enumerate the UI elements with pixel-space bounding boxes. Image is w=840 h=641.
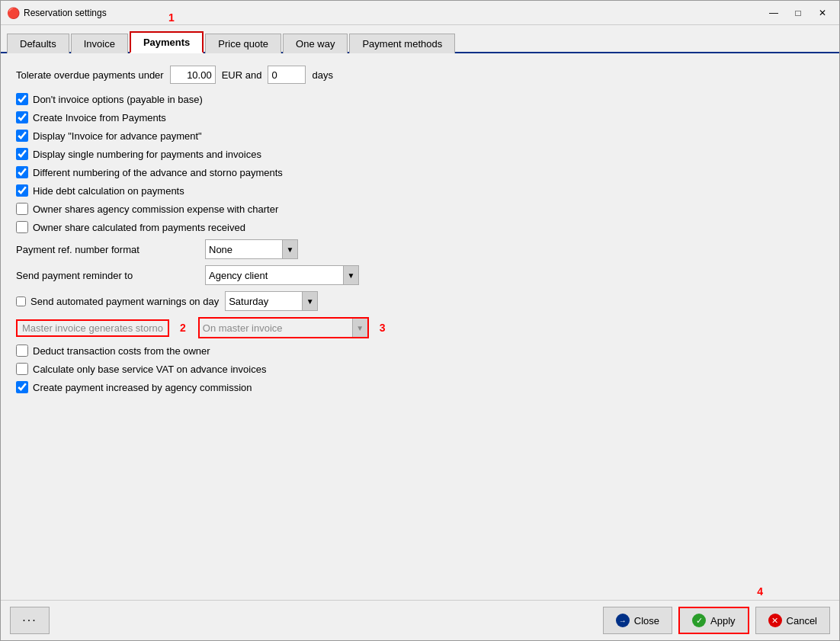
- overdue-days-label: days: [312, 69, 332, 81]
- create-invoice-label[interactable]: Create Invoice from Payments: [33, 112, 166, 123]
- send-reminder-row: Send payment reminder to Agency client O…: [16, 265, 824, 285]
- tab-price-quote[interactable]: Price quote: [205, 34, 281, 53]
- minimize-button[interactable]: —: [763, 5, 784, 21]
- apply-check-icon: ✓: [692, 614, 706, 627]
- checkbox-row-5: Different numbering of the advance and s…: [16, 166, 824, 178]
- payment-ref-select-wrap: None Sequential Custom ▼: [205, 239, 298, 259]
- overdue-currency: EUR and: [222, 69, 262, 81]
- send-reminder-label: Send payment reminder to: [16, 270, 199, 281]
- warnings-label[interactable]: Send automated payment warnings on day: [30, 296, 219, 307]
- checkbox-row-1: Don't invoice options (payable in base): [16, 93, 824, 105]
- annotation-4: 4: [757, 585, 763, 598]
- checkbox-row-9: Deduct transaction costs from the owner: [16, 345, 824, 357]
- checkbox-row-8: Owner share calculated from payments rec…: [16, 221, 824, 233]
- overdue-row: Tolerate overdue payments under EUR and …: [16, 66, 824, 84]
- send-reminder-select[interactable]: Agency client Owner Both: [206, 266, 343, 284]
- checkbox-row-11: Create payment increased by agency commi…: [16, 381, 824, 393]
- annotation-1: 1: [168, 11, 175, 24]
- dont-invoice-label[interactable]: Don't invoice options (payable in base): [33, 94, 203, 105]
- tab-invoice[interactable]: Invoice: [71, 34, 128, 53]
- create-payment-increased-checkbox[interactable]: [16, 381, 28, 393]
- cancel-label: Cancel: [787, 615, 817, 627]
- reservation-settings-window: 🔴 Reservation settings — □ ✕ 1 Defaults …: [0, 0, 840, 641]
- base-service-vat-checkbox[interactable]: [16, 363, 28, 375]
- checkbox-row-2: Create Invoice from Payments: [16, 111, 824, 123]
- cancel-button[interactable]: ✕ Cancel: [755, 607, 830, 634]
- annotation-3: 3: [380, 322, 386, 334]
- checkbox-row-10: Calculate only base service VAT on advan…: [16, 363, 824, 375]
- window-title: Reservation settings: [24, 8, 763, 18]
- apply-button[interactable]: ✓ Apply: [678, 607, 749, 634]
- diff-numbering-checkbox[interactable]: [16, 166, 28, 178]
- master-invoice-select-arrow[interactable]: ▼: [352, 319, 367, 337]
- payment-ref-select-arrow[interactable]: ▼: [282, 240, 297, 258]
- maximize-button[interactable]: □: [787, 5, 809, 21]
- owner-shares-checkbox[interactable]: [16, 203, 28, 215]
- close-label: Close: [634, 615, 659, 627]
- annotation-2: 2: [180, 322, 186, 334]
- send-reminder-select-wrap: Agency client Owner Both ▼: [205, 265, 359, 285]
- tab-payments[interactable]: Payments: [130, 31, 204, 53]
- close-window-button[interactable]: ✕: [812, 5, 833, 21]
- title-bar: 🔴 Reservation settings — □ ✕: [1, 1, 839, 25]
- overdue-days-input[interactable]: [268, 66, 306, 84]
- send-reminder-select-arrow[interactable]: ▼: [343, 266, 358, 284]
- footer: 4 ··· → Close ✓ Apply ✕ Cancel: [1, 600, 839, 640]
- tab-bar: 1 Defaults Invoice Payments Price quote …: [1, 25, 839, 53]
- hide-debt-label[interactable]: Hide debt calculation on payments: [33, 185, 184, 197]
- tab-defaults[interactable]: Defaults: [7, 34, 69, 53]
- checkbox-row-7: Owner shares agency commission expense w…: [16, 203, 824, 215]
- dots-label: ···: [22, 614, 37, 627]
- app-icon: 🔴: [7, 7, 19, 19]
- tab-one-way[interactable]: One way: [283, 34, 348, 53]
- dont-invoice-checkbox[interactable]: [16, 93, 28, 105]
- cancel-x-icon: ✕: [768, 614, 782, 627]
- checkbox-row-4: Display single numbering for payments an…: [16, 148, 824, 160]
- base-service-vat-label[interactable]: Calculate only base service VAT on advan…: [33, 364, 266, 375]
- payment-ref-label: Payment ref. number format: [16, 244, 199, 255]
- warnings-select-arrow[interactable]: ▼: [302, 292, 317, 310]
- close-button[interactable]: → Close: [603, 607, 672, 634]
- owner-shares-label[interactable]: Owner shares agency commission expense w…: [33, 204, 278, 215]
- master-invoice-row: Master invoice generates storno 2 On mas…: [16, 317, 824, 338]
- warnings-row: Send automated payment warnings on day M…: [16, 291, 824, 311]
- diff-numbering-label[interactable]: Different numbering of the advance and s…: [33, 167, 283, 178]
- tab-payment-methods[interactable]: Payment methods: [349, 34, 455, 53]
- payment-ref-select[interactable]: None Sequential Custom: [206, 240, 282, 258]
- warnings-checkbox[interactable]: [16, 296, 26, 306]
- single-numbering-label[interactable]: Display single numbering for payments an…: [33, 149, 261, 160]
- master-invoice-label: Master invoice generates storno: [16, 319, 169, 337]
- deduct-transaction-label[interactable]: Deduct transaction costs from the owner: [33, 345, 210, 357]
- footer-right: → Close ✓ Apply ✕ Cancel: [603, 607, 830, 634]
- display-invoice-label[interactable]: Display "Invoice for advance payment": [33, 130, 202, 142]
- owner-share-calc-checkbox[interactable]: [16, 221, 28, 233]
- content-area: Tolerate overdue payments under EUR and …: [1, 53, 839, 600]
- warnings-select[interactable]: Monday Tuesday Wednesday Thursday Friday…: [226, 292, 302, 310]
- apply-label: Apply: [710, 615, 736, 627]
- create-invoice-checkbox[interactable]: [16, 111, 28, 123]
- hide-debt-checkbox[interactable]: [16, 184, 28, 197]
- display-invoice-checkbox[interactable]: [16, 130, 28, 142]
- create-payment-increased-label[interactable]: Create payment increased by agency commi…: [33, 382, 252, 393]
- overdue-label: Tolerate overdue payments under: [16, 69, 164, 81]
- overdue-amount-input[interactable]: [170, 66, 216, 84]
- deduct-transaction-checkbox[interactable]: [16, 345, 28, 357]
- window-controls: — □ ✕: [763, 5, 833, 21]
- more-options-button[interactable]: ···: [10, 607, 50, 634]
- close-arrow-icon: →: [616, 614, 630, 627]
- single-numbering-checkbox[interactable]: [16, 148, 28, 160]
- checkbox-row-6: Hide debt calculation on payments: [16, 184, 824, 197]
- master-invoice-select[interactable]: On master invoice On sub invoice Never: [200, 319, 352, 337]
- master-invoice-select-wrap: On master invoice On sub invoice Never ▼: [198, 317, 369, 338]
- owner-share-calc-label[interactable]: Owner share calculated from payments rec…: [33, 222, 245, 233]
- footer-left: ···: [10, 607, 50, 634]
- checkbox-row-3: Display "Invoice for advance payment": [16, 130, 824, 142]
- warnings-select-wrap: Monday Tuesday Wednesday Thursday Friday…: [225, 291, 318, 311]
- payment-ref-row: Payment ref. number format None Sequenti…: [16, 239, 824, 259]
